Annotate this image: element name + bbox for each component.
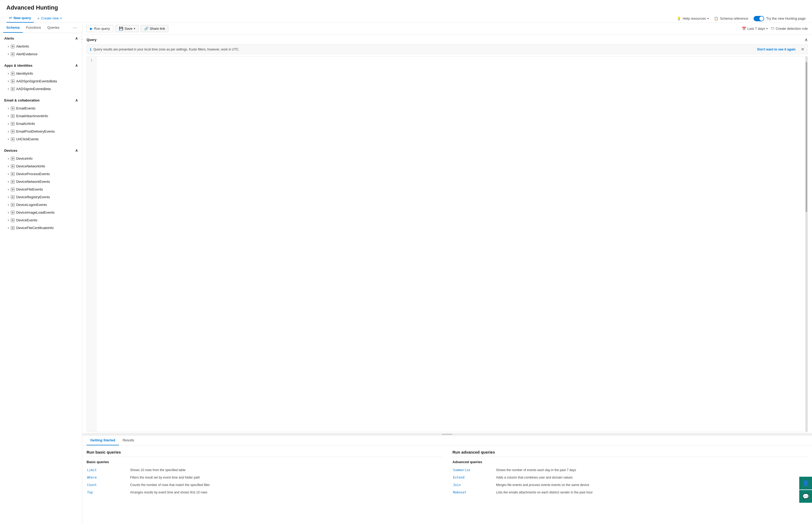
table-icon: ▦: [11, 195, 15, 199]
alerts-items: ∨ ▦ AlertInfo ⋮ ∨ ▦ AlertEvidence ⋮: [0, 43, 82, 58]
tab-schema[interactable]: Schema: [3, 23, 23, 33]
getting-started: Run basic queries Basic queries Limit Sh…: [87, 450, 808, 496]
alertevidence-label: AlertEvidence: [16, 52, 37, 56]
help-resources-btn[interactable]: 💡 Help resources ▾: [677, 16, 709, 20]
schema-group-apps-identities[interactable]: Apps & identities ∧: [0, 60, 82, 70]
basic-queries-title: Run basic queries: [87, 450, 442, 457]
schema-item-identityinfo[interactable]: ∨ ▦ IdentityInfo ⋮: [0, 70, 82, 77]
schema-item-deviceimageload[interactable]: ∨ ▦ DeviceImageLoadEvents ⋮: [0, 209, 82, 216]
schema-group-devices[interactable]: Devices ∧: [0, 145, 82, 155]
schema-group-alerts[interactable]: Alerts ∧: [0, 33, 82, 43]
cmd-count[interactable]: Count: [87, 481, 130, 488]
schema-group-email[interactable]: Email & collaboration ∧: [0, 95, 82, 104]
schema-item-emailpostdelivery[interactable]: ∨ ▦ EmailPostDeliveryEvents ⋮: [0, 128, 82, 135]
schema-item-emailattachment[interactable]: ∨ ▦ EmailAttachmentInfo ⋮: [0, 112, 82, 120]
app-title: Advanced Hunting: [6, 4, 806, 11]
desc-summarize: Shows the number of events each day in t…: [496, 466, 807, 474]
table-icon: ▦: [11, 157, 15, 161]
schema-item-devicefileevents[interactable]: ∨ ▦ DeviceFileEvents ⋮: [0, 185, 82, 193]
time-range-selector[interactable]: 📅 Last 7 days ▾: [742, 27, 768, 31]
chevron-icon: ∨: [7, 138, 9, 141]
book-icon: 📋: [714, 16, 718, 20]
floating-chat-btn[interactable]: 💬: [799, 490, 812, 503]
tab-getting-started[interactable]: Getting Started: [87, 436, 119, 445]
schema-item-aadspnsignin[interactable]: ∨ ▦ AADSpnSignInEventsBeta ⋮: [0, 77, 82, 85]
schema-reference-btn[interactable]: 📋 Schema reference: [714, 16, 748, 20]
basic-queries-subtitle: Basic queries: [87, 460, 442, 464]
deviceinfo-label: DeviceInfo: [16, 157, 32, 161]
schema-item-devicefilecert[interactable]: ∨ ▦ DeviceFileCertificateInfo ⋮: [0, 224, 82, 232]
schema-item-deviceinfo[interactable]: ∨ ▦ DeviceInfo ⋮: [0, 155, 82, 162]
chevron-icon: ∨: [7, 157, 9, 160]
chevron-down-icon: ▾: [60, 17, 62, 20]
chevron-icon: ∨: [7, 219, 9, 222]
schema-item-deviceprocessevents[interactable]: ∨ ▦ DeviceProcessEvents ⋮: [0, 170, 82, 178]
tab-queries[interactable]: Queries: [44, 23, 63, 33]
schema-item-alertevidence[interactable]: ∨ ▦ AlertEvidence ⋮: [0, 50, 82, 58]
schema-item-alertinfo[interactable]: ∨ ▦ AlertInfo ⋮: [0, 43, 82, 50]
editor-scrollbar: [805, 56, 808, 432]
sidebar-more-btn[interactable]: ···: [71, 24, 79, 32]
resize-handle[interactable]: [82, 433, 812, 435]
cmd-where[interactable]: Where: [87, 474, 130, 481]
schema-item-devicenetworkinfo[interactable]: ∨ ▦ DeviceNetworkInfo ⋮: [0, 162, 82, 170]
floating-user-btn[interactable]: 👤: [799, 477, 812, 489]
cmd-limit[interactable]: Limit: [87, 466, 130, 474]
cmd-join[interactable]: Join: [453, 481, 495, 488]
share-icon: 🔗: [144, 27, 149, 31]
query-editor-content[interactable]: [96, 56, 808, 432]
cmd-summarize[interactable]: Summarize: [453, 466, 495, 474]
toolbar-right: 📅 Last 7 days ▾ 🛡 Create detection rule: [742, 27, 808, 31]
schema-reference-label: Schema reference: [720, 16, 748, 20]
deviceevents-label: DeviceEvents: [16, 218, 37, 222]
schema-item-devicelogonevents[interactable]: ∨ ▦ DeviceLogonEvents ⋮: [0, 201, 82, 209]
header-right: 💡 Help resources ▾ 📋 Schema reference Tr…: [677, 16, 806, 21]
new-hunting-toggle[interactable]: Try the new Hunting page: [754, 16, 806, 21]
scrollbar-thumb: [806, 62, 807, 212]
schema-item-urlclick[interactable]: ∨ ▦ UrlClickEvents ⋮: [0, 135, 82, 143]
create-detection-btn[interactable]: 🛡 Create detection rule: [771, 27, 808, 31]
advanced-queries-table: Summarize Shows the number of events eac…: [453, 466, 808, 496]
collapse-query-icon[interactable]: ∧: [805, 37, 808, 42]
chevron-icon: ∨: [7, 130, 9, 133]
create-detection-label: Create detection rule: [776, 27, 808, 31]
toolbar: ▶ Run query 💾 Save ▾ 🔗 Share link 📅 Last…: [82, 23, 812, 35]
chevron-icon: ∨: [7, 107, 9, 110]
chevron-icon: ∨: [7, 173, 9, 175]
cmd-top[interactable]: Top: [87, 489, 130, 496]
toggle-control[interactable]: [754, 16, 764, 21]
schema-item-aadsignin[interactable]: ∨ ▦ AADSignInEventsBeta ⋮: [0, 85, 82, 93]
query-textarea[interactable]: [99, 59, 805, 430]
run-query-btn[interactable]: ▶ Run query: [87, 25, 113, 32]
create-new-tab[interactable]: + Create new ▾: [35, 15, 65, 22]
new-query-tab[interactable]: ↩ New query: [6, 14, 34, 22]
table-icon: ▦: [11, 172, 15, 176]
close-notification-icon[interactable]: ✕: [801, 47, 804, 52]
cmd-extend[interactable]: Extend: [453, 474, 495, 481]
query-label: Query ∧: [82, 35, 812, 43]
schema-item-devicenetworkevents[interactable]: ∨ ▦ DeviceNetworkEvents ⋮: [0, 178, 82, 185]
dismiss-action[interactable]: Don't want to see it again: [757, 48, 796, 51]
share-link-btn[interactable]: 🔗 Share link: [141, 25, 169, 32]
main-layout: Schema Functions Queries ··· ‹ Alerts ∧ …: [0, 23, 812, 524]
schema-item-deviceregistryevents[interactable]: ∨ ▦ DeviceRegistryEvents ⋮: [0, 193, 82, 201]
deviceregistryevents-label: DeviceRegistryEvents: [16, 195, 50, 199]
schema-item-deviceevents[interactable]: ∨ ▦ DeviceEvents ⋮: [0, 216, 82, 224]
help-resources-label: Help resources: [683, 16, 706, 20]
tab-functions[interactable]: Functions: [23, 23, 44, 33]
cmd-makeset[interactable]: Makeset: [453, 489, 495, 496]
urlclick-label: UrlClickEvents: [16, 137, 39, 141]
header-left: ↩ New query + Create new ▾: [6, 14, 64, 22]
results-content: Run basic queries Basic queries Limit Sh…: [82, 446, 812, 524]
resize-handle-bar: [442, 434, 453, 435]
save-btn[interactable]: 💾 Save ▾: [116, 25, 139, 32]
advanced-queries-title: Run advanced queries: [453, 450, 808, 457]
schema-item-emailevents[interactable]: ∨ ▦ EmailEvents ⋮: [0, 104, 82, 112]
devicenetworkinfo-label: DeviceNetworkInfo: [16, 164, 45, 168]
query-section: Query ∧ ℹ Query results are presented in…: [82, 35, 812, 524]
query-editor[interactable]: 1: [87, 56, 808, 432]
advanced-queries-col: Run advanced queries Advanced queries Su…: [453, 450, 808, 496]
tab-results[interactable]: Results: [119, 436, 138, 445]
schema-item-emailurl[interactable]: ∨ ▦ EmailUrlInfo ⋮: [0, 120, 82, 128]
email-collab-label: Email & collaboration: [4, 98, 39, 102]
